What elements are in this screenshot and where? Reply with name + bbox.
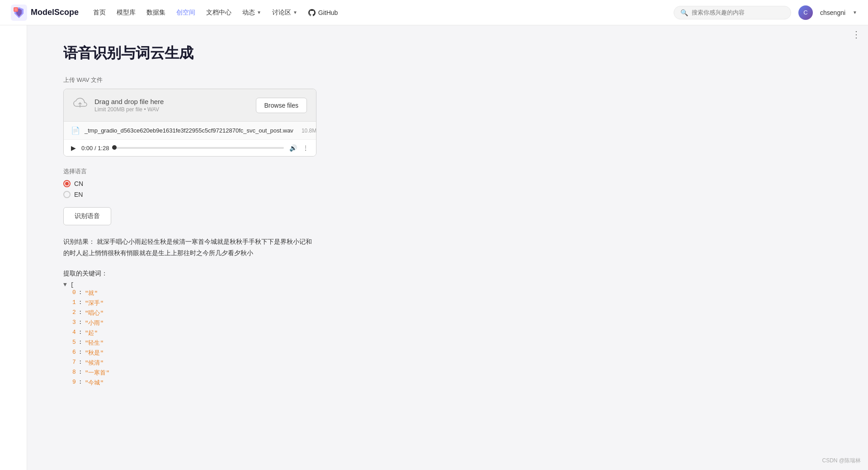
list-item: 2 : "唱心" <box>63 308 316 318</box>
navbar-links: 首页 模型库 数据集 创空间 文档中心 动态 ▼ 讨论区 ▼ GitHub <box>93 9 338 17</box>
browse-files-button[interactable]: Browse files <box>256 98 307 113</box>
watermark: CSDN @陈瑞林 <box>822 457 861 465</box>
list-item: 8 : "一寒首" <box>63 368 316 378</box>
radio-en-label: EN <box>74 191 83 198</box>
navbar: ModelScope 首页 模型库 数据集 创空间 文档中心 动态 ▼ 讨论区 … <box>0 0 868 25</box>
sidebar <box>0 25 27 470</box>
play-button[interactable]: ▶ <box>71 144 76 152</box>
list-item: 6 : "秋是" <box>63 348 316 358</box>
audio-more-icon[interactable]: ⋮ <box>302 144 309 152</box>
audio-progress-bar[interactable] <box>114 147 284 149</box>
upload-sub-text: Limit 200MB per file • WAV <box>94 106 249 113</box>
file-size: 10.8MB <box>302 128 316 134</box>
radio-en-circle <box>63 191 71 198</box>
upload-area: Drag and drop file here Limit 200MB per … <box>63 89 316 157</box>
list-item: 3 : "小雨" <box>63 318 316 328</box>
search-icon: 🔍 <box>680 9 688 16</box>
keywords-list: 0 : "就"1 : "深手"2 : "唱心"3 : "小雨"4 : "起"5 … <box>63 288 316 388</box>
recognize-button[interactable]: 识别语音 <box>63 207 111 225</box>
keywords-label: 提取的关键词： <box>63 270 316 278</box>
audio-progress-thumb <box>112 145 117 150</box>
radio-cn-label: CN <box>74 180 83 187</box>
list-item: 0 : "就" <box>63 288 316 298</box>
dynamics-chevron-icon: ▼ <box>257 10 261 15</box>
user-chevron-icon: ▼ <box>853 10 857 15</box>
more-options-btn[interactable]: ⋮ <box>852 29 861 40</box>
language-label: 选择语言 <box>63 167 316 176</box>
file-name: _tmp_gradio_d563ce620eb9e1631fe3f22955c5… <box>85 127 293 134</box>
list-item: 5 : "轻生" <box>63 338 316 348</box>
logo-text: ModelScope <box>31 8 79 17</box>
keywords-section: 提取的关键词： ▼ [ 0 : "就"1 : "深手"2 : "唱心"3 : "… <box>63 270 316 388</box>
language-section: 选择语言 CN EN <box>63 167 316 198</box>
list-item: 1 : "深手" <box>63 298 316 308</box>
list-item: 7 : "候清" <box>63 358 316 368</box>
nav-github[interactable]: GitHub <box>308 9 338 16</box>
user-name[interactable]: chsengni <box>820 9 845 16</box>
json-open-bracket: [ <box>71 281 74 288</box>
cloud-upload-icon <box>73 96 87 114</box>
json-tree: ▼ [ 0 : "就"1 : "深手"2 : "唱心"3 : "小雨"4 : "… <box>63 281 316 388</box>
nav-forum[interactable]: 讨论区 ▼ <box>272 9 297 17</box>
github-icon <box>308 9 316 16</box>
audio-player: ▶ 0:00 / 1:28 🔊 ⋮ <box>64 140 316 156</box>
more-vertical-icon: ⋮ <box>852 29 861 39</box>
drop-zone[interactable]: Drag and drop file here Limit 200MB per … <box>64 89 316 122</box>
page-title: 语音识别与词云生成 <box>63 43 533 63</box>
list-item: 9 : "今城" <box>63 378 316 388</box>
nav-models[interactable]: 模型库 <box>117 9 136 17</box>
nav-home[interactable]: 首页 <box>93 9 106 17</box>
upload-label: 上传 WAV 文件 <box>63 76 533 84</box>
forum-chevron-icon: ▼ <box>293 10 297 15</box>
search-input[interactable] <box>692 9 782 16</box>
volume-icon[interactable]: 🔊 <box>289 144 297 152</box>
avatar[interactable]: C <box>798 5 813 20</box>
upload-text-wrap: Drag and drop file here Limit 200MB per … <box>94 98 249 113</box>
main-content: 语音识别与词云生成 上传 WAV 文件 Drag and drop file h… <box>27 25 570 406</box>
radio-group: CN EN <box>63 180 316 198</box>
search-box[interactable]: 🔍 <box>674 6 791 19</box>
json-collapse-icon[interactable]: ▼ <box>63 281 67 288</box>
radio-cn[interactable]: CN <box>63 180 316 187</box>
svg-rect-2 <box>14 8 17 11</box>
nav-datasets[interactable]: 数据集 <box>146 9 165 17</box>
logo-icon <box>11 5 27 21</box>
file-icon: 📄 <box>71 126 80 135</box>
logo[interactable]: ModelScope <box>11 5 79 21</box>
navbar-right: 🔍 C chsengni ▼ <box>674 5 857 20</box>
radio-cn-dot <box>65 182 69 185</box>
audio-time: 0:00 / 1:28 <box>81 145 109 152</box>
nav-dynamics[interactable]: 动态 ▼ <box>242 9 261 17</box>
result-section: 识别结果： 就深手唱心小雨起轻生秋是候清一寒首今城就是秋秋手手秋下下是界秋小记和… <box>63 236 316 259</box>
file-item: 📄 _tmp_gradio_d563ce620eb9e1631fe3f22955… <box>64 122 316 140</box>
upload-main-text: Drag and drop file here <box>94 98 249 105</box>
result-label: 识别结果： 就深手唱心小雨起轻生秋是候清一寒首今城就是秋秋手手秋下下是界秋小记和… <box>63 236 316 259</box>
list-item: 4 : "起" <box>63 328 316 338</box>
nav-docs[interactable]: 文档中心 <box>206 9 231 17</box>
radio-en[interactable]: EN <box>63 191 316 198</box>
radio-cn-circle <box>63 180 71 187</box>
nav-studio[interactable]: 创空间 <box>176 9 195 17</box>
result-text: 就深手唱心小雨起轻生秋是候清一寒首今城就是秋秋手手秋下下是界秋小记和的时人起上悄… <box>63 238 312 256</box>
